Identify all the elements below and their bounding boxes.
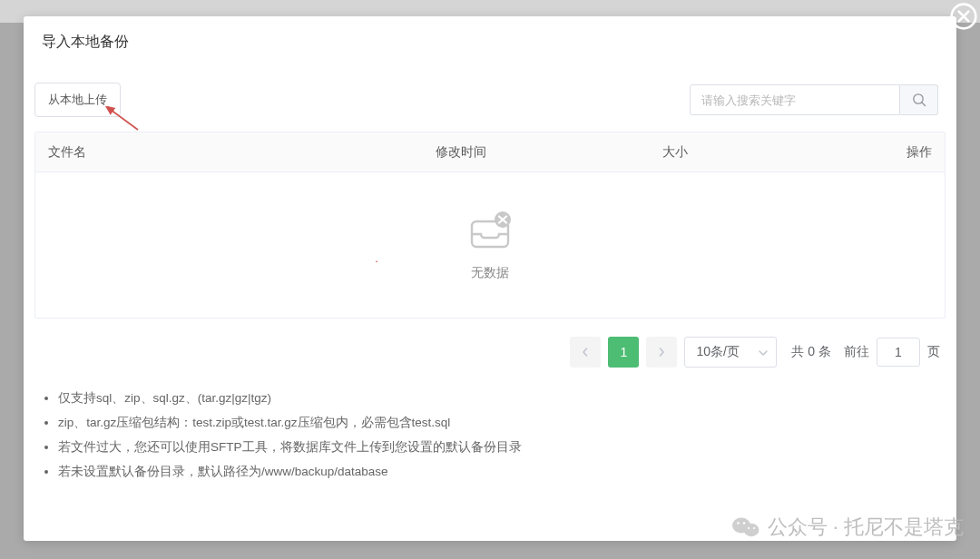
search-icon	[912, 93, 926, 107]
next-page-button[interactable]	[646, 337, 677, 368]
pagination: 1 10条/页 共 0 条 前往 页	[34, 319, 946, 368]
note-item: 仅支持sql、zip、sql.gz、(tar.gz|gz|tgz)	[58, 386, 940, 410]
column-header-filename: 文件名	[35, 144, 436, 161]
file-table: 文件名 修改时间 大小 操作 无数据 •	[34, 132, 946, 319]
search-group	[690, 84, 938, 115]
empty-state-icon	[466, 209, 514, 254]
table-header-row: 文件名 修改时间 大小 操作	[35, 132, 945, 172]
column-header-modified-time: 修改时间	[436, 144, 663, 161]
note-item: 若文件过大，您还可以使用SFTP工具，将数据库文件上传到您设置的默认备份目录	[58, 435, 940, 459]
chevron-right-icon	[657, 348, 666, 357]
current-page[interactable]: 1	[608, 337, 639, 368]
svg-line-5	[922, 103, 926, 106]
dialog-title: 导入本地备份	[24, 16, 956, 68]
chevron-down-icon	[759, 350, 768, 356]
table-body-empty: 无数据 •	[35, 172, 945, 318]
chevron-left-icon	[581, 348, 590, 357]
search-button[interactable]	[900, 84, 938, 115]
column-header-size: 大小	[662, 144, 853, 161]
upload-local-button[interactable]: 从本地上传	[34, 83, 121, 117]
annotation-dot: •	[376, 259, 377, 264]
goto-page-input[interactable]	[877, 338, 920, 367]
empty-state-text: 无数据	[471, 265, 509, 281]
page-size-select[interactable]: 10条/页	[684, 337, 777, 368]
column-header-operations: 操作	[854, 144, 945, 161]
close-dialog-button[interactable]	[947, 0, 980, 33]
import-backup-dialog: 导入本地备份 从本地上传	[24, 16, 956, 541]
goto-unit: 页	[927, 344, 940, 360]
search-input[interactable]	[690, 84, 900, 115]
notes-list: 仅支持sql、zip、sql.gz、(tar.gz|gz|tgz) zip、ta…	[34, 368, 946, 484]
page-size-label: 10条/页	[696, 344, 739, 360]
note-item: zip、tar.gz压缩包结构：test.zip或test.tar.gz压缩包内…	[58, 410, 940, 435]
close-icon	[949, 2, 978, 31]
dialog-toolbar: 从本地上传	[34, 68, 946, 132]
goto-label: 前往	[844, 344, 869, 360]
prev-page-button[interactable]	[570, 337, 601, 368]
note-item: 若未设置默认备份目录，默认路径为/www/backup/database	[58, 459, 940, 484]
total-count-text: 共 0 条	[791, 344, 831, 360]
